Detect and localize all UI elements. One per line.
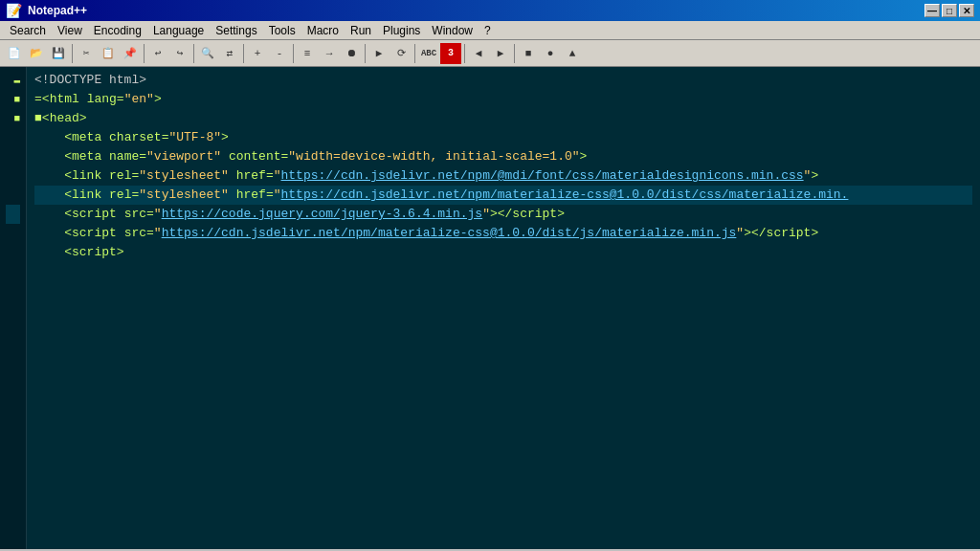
next-button[interactable]: ▶: [490, 43, 511, 64]
code-line-19: [34, 415, 972, 434]
menu-window[interactable]: Window: [426, 23, 479, 38]
editor-container: ▬ ■ ■ <!DOCTYPE html> = < html lang = "e…: [0, 67, 980, 549]
sync-button[interactable]: ⟳: [390, 43, 412, 64]
plugin2-button[interactable]: ●: [540, 43, 561, 64]
zoom-out-button[interactable]: -: [269, 43, 290, 64]
menu-help[interactable]: ?: [479, 23, 497, 38]
editor-content[interactable]: <!DOCTYPE html> = < html lang = "en" > ■…: [27, 67, 980, 549]
zoom-in-button[interactable]: +: [247, 43, 268, 64]
open-button[interactable]: 📂: [26, 43, 47, 64]
title-bar: 📝 Notepad++ — □ ✕: [0, 0, 980, 21]
save-button[interactable]: 💾: [48, 43, 69, 64]
title-text: 📝 Notepad++: [6, 3, 87, 18]
code-line-9: < script src = "https://cdn.jsdelivr.net…: [34, 224, 972, 243]
code-line-14: [34, 320, 972, 339]
menu-tools[interactable]: Tools: [263, 23, 301, 38]
minimize-button[interactable]: —: [924, 4, 940, 17]
separator-9: [514, 44, 515, 63]
code-line-10: < script >: [34, 243, 972, 262]
code-line-13: [34, 300, 972, 320]
paste-button[interactable]: 📌: [120, 43, 141, 64]
separator-2: [144, 44, 145, 63]
menu-macro[interactable]: Macro: [301, 23, 345, 38]
cut-button[interactable]: ✂: [76, 43, 97, 64]
macro-button[interactable]: ⏺: [341, 43, 362, 64]
code-line-2: = < html lang = "en" >: [34, 90, 972, 109]
replace-button[interactable]: ⇄: [219, 43, 240, 64]
menu-search[interactable]: Search: [4, 23, 52, 38]
code-line-15: [34, 339, 972, 358]
menu-settings[interactable]: Settings: [210, 23, 262, 38]
num-btn[interactable]: 3: [440, 43, 461, 64]
doctype-decl: <!DOCTYPE html>: [34, 71, 146, 90]
fold-2[interactable]: ■: [13, 90, 20, 109]
fold-3[interactable]: ■: [13, 109, 20, 128]
redo-button[interactable]: ↪: [169, 43, 190, 64]
line-numbers: ▬ ■ ■: [0, 67, 27, 549]
code-line-8: < script src = "https://code.jquery.com/…: [34, 205, 972, 224]
menu-encoding[interactable]: Encoding: [88, 23, 147, 38]
prev-button[interactable]: ◀: [468, 43, 489, 64]
menu-run[interactable]: Run: [345, 23, 377, 38]
menu-plugins[interactable]: Plugins: [377, 23, 426, 38]
close-button[interactable]: ✕: [959, 4, 974, 17]
html-open-tag: =: [34, 90, 42, 109]
undo-button[interactable]: ↩: [147, 43, 168, 64]
plugin3-button[interactable]: ▲: [562, 43, 583, 64]
menu-bar: Search View Encoding Language Settings T…: [0, 21, 980, 40]
maximize-button[interactable]: □: [942, 4, 957, 17]
code-line-20: [34, 434, 972, 453]
code-line-11: [34, 262, 972, 281]
html-tag-bracket: <: [42, 90, 50, 109]
separator-1: [72, 44, 73, 63]
plugin1-button[interactable]: ■: [518, 43, 539, 64]
separator-5: [293, 44, 294, 63]
code-line-16: [34, 358, 972, 377]
menu-language[interactable]: Language: [147, 23, 210, 38]
code-line-5: < meta name = "viewport" content = "widt…: [34, 147, 972, 166]
app-icon: 📝: [6, 3, 22, 18]
window-controls: — □ ✕: [924, 4, 974, 17]
toolbar: 📄 📂 💾 ✂ 📋 📌 ↩ ↪ 🔍 ⇄ + - ≡ → ⏺ ▶ ⟳ ABC 3 …: [0, 40, 980, 67]
code-line-6: < link rel = "stylesheet" href = "https:…: [34, 166, 972, 186]
wordwrap-button[interactable]: ≡: [297, 43, 318, 64]
copy-button[interactable]: 📋: [98, 43, 119, 64]
fold-1[interactable]: ▬: [13, 71, 20, 90]
separator-7: [414, 44, 415, 63]
code-line-3: ■ < head >: [34, 109, 972, 128]
code-line-7: < link rel = "stylesheet" href = "https:…: [34, 186, 972, 205]
new-button[interactable]: 📄: [4, 43, 25, 64]
abc-button[interactable]: ABC: [418, 43, 439, 64]
separator-4: [243, 44, 244, 63]
code-line-1: <!DOCTYPE html>: [34, 71, 972, 90]
run-button[interactable]: ▶: [368, 43, 390, 64]
code-line-12: [34, 281, 972, 300]
title-label: Notepad++: [28, 4, 87, 17]
indent-button[interactable]: →: [319, 43, 340, 64]
code-line-17: [34, 377, 972, 396]
code-line-4: < meta charset = "UTF-8" >: [34, 128, 972, 147]
find-button[interactable]: 🔍: [197, 43, 218, 64]
code-line-18: [34, 396, 972, 415]
separator-3: [193, 44, 194, 63]
separator-6: [365, 44, 366, 63]
menu-view[interactable]: View: [52, 23, 88, 38]
separator-8: [464, 44, 465, 63]
